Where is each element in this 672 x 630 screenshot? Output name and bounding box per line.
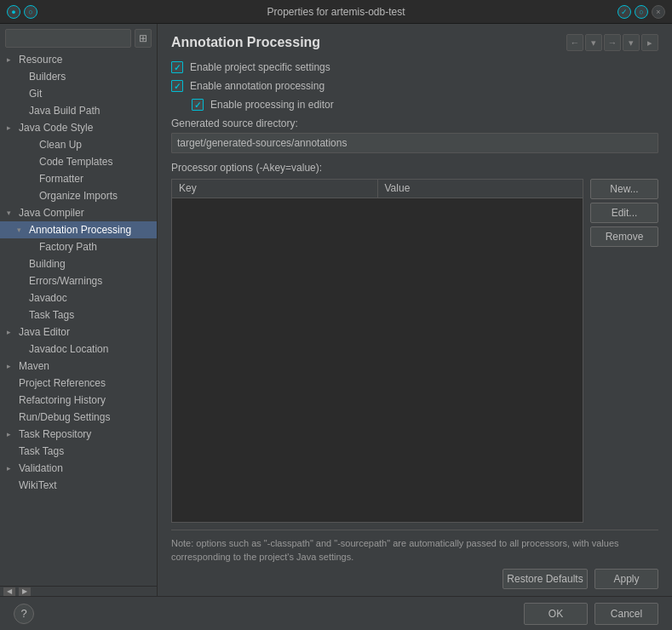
sidebar-item-wikitext[interactable]: WikiText: [0, 477, 157, 494]
sidebar-item-label-git: Git: [29, 88, 42, 100]
title-bar-left-controls[interactable]: ● ○: [7, 5, 37, 19]
sidebar-item-label-refactoring-history: Refactoring History: [19, 394, 106, 406]
col-key: Key: [172, 180, 378, 198]
right-panel: Annotation Processing ← ▾ → ▾ ▸ Enable p…: [158, 24, 672, 596]
nav-forward-dropdown-btn[interactable]: ▾: [623, 34, 640, 51]
sidebar-item-building[interactable]: Building: [0, 255, 157, 272]
nav-back-btn[interactable]: ←: [566, 34, 583, 51]
cancel-button[interactable]: Cancel: [594, 603, 658, 625]
help-button[interactable]: ?: [14, 604, 34, 624]
sidebar-item-task-tags[interactable]: Task Tags: [0, 306, 157, 324]
sidebar-item-label-factory-path: Factory Path: [39, 241, 97, 253]
sidebar-item-label-maven: Maven: [19, 360, 49, 372]
sidebar-item-label-errors-warnings: Errors/Warnings: [29, 275, 102, 287]
sidebar-item-organize-imports[interactable]: Organize Imports: [0, 187, 157, 204]
remove-button[interactable]: Remove: [590, 226, 658, 247]
expand-arrow-resource: ▸: [7, 55, 15, 64]
sidebar-item-git[interactable]: Git: [0, 85, 157, 102]
processor-options-label: Processor options (-Akey=value):: [171, 162, 658, 174]
sidebar-item-label-run-debug-settings: Run/Debug Settings: [19, 411, 110, 423]
sidebar-item-resource[interactable]: ▸Resource: [0, 51, 157, 68]
table-area: Key Value New... Edit... Remove: [171, 179, 658, 523]
sidebar-item-annotation-processing[interactable]: ▾Annotation Processing: [0, 221, 157, 238]
source-dir-input[interactable]: [171, 133, 658, 153]
title-icon-left2[interactable]: ○: [24, 5, 37, 19]
sidebar-item-label-validation: Validation: [19, 462, 63, 474]
edit-button[interactable]: Edit...: [590, 203, 658, 223]
enable-editor-checkbox[interactable]: [192, 99, 204, 111]
sidebar-item-javadoc[interactable]: Javadoc: [0, 289, 157, 306]
sidebar-item-javadoc-location[interactable]: Javadoc Location: [0, 341, 157, 358]
sidebar-item-java-compiler[interactable]: ▾Java Compiler: [0, 204, 157, 221]
panel-title: Annotation Processing: [171, 35, 320, 50]
search-input[interactable]: [5, 29, 131, 48]
sidebar-item-label-task-tags-2: Task Tags: [19, 445, 64, 457]
sidebar-item-project-references[interactable]: Project References: [0, 375, 157, 392]
sidebar-item-java-code-style[interactable]: ▸Java Code Style: [0, 119, 157, 136]
table-body: [172, 198, 583, 522]
expand-arrow-task-repository: ▸: [7, 430, 15, 438]
sidebar-item-label-wikitext: WikiText: [19, 479, 57, 491]
sidebar-item-run-debug-settings[interactable]: Run/Debug Settings: [0, 409, 157, 426]
sidebar: ⊞ ▸ResourceBuildersGitJava Build Path▸Ja…: [0, 24, 158, 596]
sidebar-item-label-javadoc: Javadoc: [29, 292, 67, 304]
enable-annotation-checkbox[interactable]: [171, 80, 183, 92]
sidebar-item-label-building: Building: [29, 258, 66, 270]
sidebar-item-errors-warnings[interactable]: Errors/Warnings: [0, 272, 157, 289]
nav-more-btn[interactable]: ▸: [641, 34, 658, 51]
enable-editor-row: Enable processing in editor: [171, 99, 658, 111]
sidebar-item-code-templates[interactable]: Code Templates: [0, 153, 157, 170]
expand-arrow-java-compiler: ▾: [7, 209, 15, 217]
bottom-bar-left: ?: [14, 604, 34, 624]
expand-arrow-java-editor: ▸: [7, 328, 15, 336]
note-text: Note: options such as "-classpath" and "…: [171, 530, 658, 564]
apply-button[interactable]: Apply: [594, 569, 658, 589]
sidebar-item-maven[interactable]: ▸Maven: [0, 358, 157, 375]
sidebar-item-task-repository[interactable]: ▸Task Repository: [0, 426, 157, 443]
sidebar-item-label-code-templates: Code Templates: [39, 156, 113, 168]
sidebar-item-validation[interactable]: ▸Validation: [0, 460, 157, 477]
sidebar-item-label-clean-up: Clean Up: [39, 139, 82, 151]
title-icon-left1[interactable]: ●: [7, 5, 20, 19]
enable-project-row: Enable project specific settings: [171, 61, 658, 73]
enable-annotation-row: Enable annotation processing: [171, 80, 658, 92]
sidebar-item-factory-path[interactable]: Factory Path: [0, 238, 157, 255]
sidebar-item-label-formatter: Formatter: [39, 173, 83, 185]
sidebar-item-label-java-build-path: Java Build Path: [29, 105, 100, 117]
search-icon-btn[interactable]: ⊞: [135, 29, 152, 48]
scroll-right-btn[interactable]: ▶: [19, 587, 31, 596]
sidebar-item-refactoring-history[interactable]: Refactoring History: [0, 392, 157, 409]
expand-arrow-annotation-processing: ▾: [17, 226, 26, 234]
sidebar-item-label-java-compiler: Java Compiler: [19, 207, 84, 219]
sidebar-item-clean-up[interactable]: Clean Up: [0, 136, 157, 153]
sidebar-item-label-project-references: Project References: [19, 377, 106, 389]
enable-project-checkbox[interactable]: [171, 61, 183, 73]
sidebar-item-java-build-path[interactable]: Java Build Path: [0, 102, 157, 119]
sidebar-item-builders[interactable]: Builders: [0, 68, 157, 85]
sidebar-item-task-tags-2[interactable]: Task Tags: [0, 443, 157, 460]
enable-editor-label: Enable processing in editor: [210, 99, 334, 111]
title-bar-right-controls[interactable]: ✓ ○ ×: [617, 5, 665, 19]
sidebar-item-java-editor[interactable]: ▸Java Editor: [0, 324, 157, 341]
nav-forward-btn[interactable]: →: [604, 34, 621, 51]
enable-annotation-label: Enable annotation processing: [190, 80, 325, 92]
title-btn-circle[interactable]: ○: [635, 5, 648, 19]
table-buttons: New... Edit... Remove: [590, 179, 658, 523]
sidebar-scrollbar: ◀ ▶: [0, 586, 157, 596]
table-header: Key Value: [172, 180, 583, 198]
source-dir-label: Generated source directory:: [171, 117, 658, 129]
sidebar-item-label-task-tags: Task Tags: [29, 309, 74, 321]
new-button[interactable]: New...: [590, 179, 658, 199]
ok-button[interactable]: OK: [524, 603, 588, 625]
title-btn-confirm[interactable]: ✓: [617, 5, 631, 19]
content-area: ⊞ ▸ResourceBuildersGitJava Build Path▸Ja…: [0, 24, 672, 596]
title-btn-close[interactable]: ×: [652, 5, 665, 19]
sidebar-item-formatter[interactable]: Formatter: [0, 170, 157, 187]
sidebar-item-label-annotation-processing: Annotation Processing: [29, 224, 131, 236]
scroll-left-btn[interactable]: ◀: [3, 587, 15, 596]
restore-defaults-button[interactable]: Restore Defaults: [503, 569, 588, 589]
nav-back-dropdown-btn[interactable]: ▾: [585, 34, 602, 51]
sidebar-item-label-builders: Builders: [29, 71, 66, 83]
tree-area: ▸ResourceBuildersGitJava Build Path▸Java…: [0, 51, 157, 586]
sidebar-item-label-java-editor: Java Editor: [19, 326, 70, 338]
